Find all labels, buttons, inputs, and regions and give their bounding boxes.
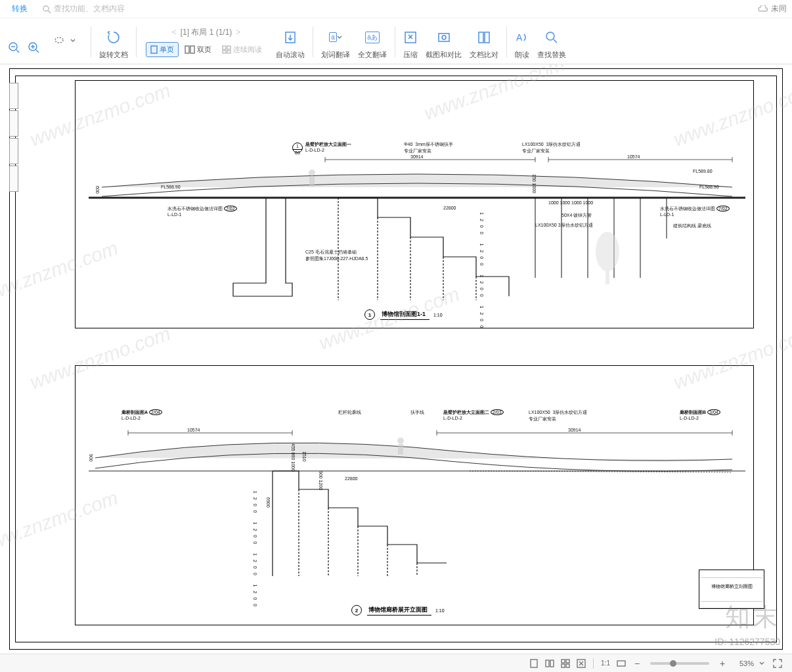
zoom-knob[interactable] bbox=[670, 660, 676, 667]
callout: LX100X50 3厚仿水纹铝方通 专业厂家安装 bbox=[529, 409, 587, 422]
sheet-tab[interactable] bbox=[9, 110, 18, 137]
callout: LX100X50 3厚仿水纹铝方通 bbox=[535, 222, 593, 229]
dim: 10574 bbox=[187, 428, 200, 432]
word-translate-icon: a bbox=[329, 32, 337, 42]
screenshot-compare-button[interactable]: 截图和对比 bbox=[422, 23, 466, 61]
search-box[interactable]: 查找功能、文档内容 bbox=[42, 3, 125, 14]
word-translate-button[interactable]: a 划词翻译 bbox=[317, 23, 354, 61]
find-replace-button[interactable]: 查找替换 bbox=[533, 23, 570, 61]
callout: 扶手线 bbox=[410, 409, 424, 416]
full-translate-icon: aあ bbox=[365, 32, 380, 43]
svg-point-24 bbox=[546, 32, 554, 40]
figure-scale: 1:10 bbox=[433, 313, 443, 317]
zoom-out-button[interactable] bbox=[4, 23, 24, 61]
drawing-panel-1: 悬臂护栏放大立面图一L-D-LD-2 103 Φ40 3mm厚不锈钢扶手 专业厂… bbox=[75, 80, 754, 328]
search-placeholder: 查找功能、文档内容 bbox=[54, 3, 125, 14]
zoom-out-mini[interactable]: − bbox=[630, 657, 644, 670]
sheet-tab[interactable] bbox=[9, 138, 18, 164]
sync-status[interactable]: 未同 bbox=[758, 3, 787, 14]
dim: 455 860 1000 bbox=[291, 443, 296, 472]
dim: 1000 1000 1000 1000 bbox=[548, 200, 593, 205]
dim: 900 1200 bbox=[319, 471, 323, 490]
zoom-in-mini[interactable]: + bbox=[715, 657, 730, 670]
elevation-2-svg bbox=[76, 366, 755, 626]
callout: 悬臂护栏放大立面图二 2/03L-D-LD-2 bbox=[443, 409, 504, 420]
compress-button[interactable]: 压缩 bbox=[399, 23, 422, 61]
callout: 水洗石不锈钢收边做法详图 7/02L-LD-1 bbox=[167, 206, 237, 217]
dim: 30914 bbox=[568, 428, 581, 432]
read-aloud-icon: A bbox=[515, 30, 529, 45]
document-canvas[interactable]: 悬臂护栏放大立面图一L-D-LD-2 103 Φ40 3mm厚不锈钢扶手 专业厂… bbox=[0, 64, 792, 654]
fullscreen-button[interactable] bbox=[770, 657, 785, 670]
elev: FL588.90 bbox=[699, 185, 719, 189]
autoscroll-label: 自动滚动 bbox=[276, 50, 305, 60]
rotate-button[interactable]: 旋转文档 bbox=[95, 23, 132, 61]
title-block-title: 博物馆廊桥立剖面图 bbox=[701, 578, 762, 590]
figure-index: 1 bbox=[364, 309, 375, 320]
sheet-tab[interactable] bbox=[9, 166, 18, 192]
zoom-percent[interactable]: 53% bbox=[730, 660, 754, 667]
page-next[interactable]: > bbox=[232, 28, 244, 37]
lasso-dropdown-icon[interactable] bbox=[70, 36, 76, 47]
autoscroll-button[interactable]: 自动滚动 bbox=[272, 23, 309, 61]
svg-rect-10 bbox=[151, 46, 157, 53]
view-mode-3[interactable] bbox=[558, 657, 573, 670]
word-translate-label: 划词翻译 bbox=[321, 50, 350, 60]
grid-icon bbox=[561, 659, 570, 668]
layout-double[interactable]: 双页 bbox=[180, 42, 216, 57]
view-mode-1[interactable] bbox=[527, 657, 541, 670]
zoom-100-button[interactable]: 1:1 bbox=[598, 657, 613, 670]
dim: 900 bbox=[89, 454, 93, 462]
cloud-icon bbox=[758, 5, 768, 13]
svg-rect-67 bbox=[561, 660, 565, 663]
chevron-down-icon bbox=[337, 35, 342, 40]
layout-single[interactable]: 单页 bbox=[146, 42, 179, 57]
callout: 水洗石不锈钢收边做法详图 7/02L-LD-1 bbox=[660, 206, 730, 217]
drawing-panel-2: 廊桥剖面图A 2/04L-D-LD-2 栏杆轮廓线 扶手线 悬臂护栏放大立面图二… bbox=[75, 365, 754, 625]
single-page-icon bbox=[150, 45, 158, 54]
sheet-tab[interactable] bbox=[9, 83, 18, 109]
svg-rect-13 bbox=[223, 46, 226, 49]
lasso-icon[interactable] bbox=[54, 36, 64, 47]
fit-width-button[interactable] bbox=[614, 657, 628, 670]
svg-rect-69 bbox=[561, 664, 565, 667]
callout: 悬臂护栏放大立面图一L-D-LD-2 bbox=[305, 141, 351, 152]
svg-line-25 bbox=[554, 39, 557, 43]
tab-convert[interactable]: 转换 bbox=[5, 1, 34, 17]
page-prev[interactable]: < bbox=[168, 28, 181, 37]
figure-title-text: 博物馆廊桥展开立面图 bbox=[367, 606, 431, 616]
svg-line-4 bbox=[16, 50, 19, 53]
dim: 150 1000 bbox=[532, 174, 537, 193]
compress-label: 压缩 bbox=[403, 50, 418, 60]
elev: FL588.90 bbox=[161, 185, 181, 189]
figure-title-2: 2 博物馆廊桥展开立面图 1:10 bbox=[351, 605, 445, 616]
compress-icon bbox=[403, 30, 418, 45]
screenshot-icon bbox=[437, 30, 451, 45]
fit-button[interactable] bbox=[574, 657, 588, 670]
autoscroll-icon bbox=[283, 30, 297, 45]
rotate-icon bbox=[106, 30, 121, 45]
chevron-down-icon bbox=[759, 660, 765, 667]
svg-rect-12 bbox=[190, 46, 194, 53]
dim: 10574 bbox=[627, 154, 640, 159]
view-mode-2[interactable] bbox=[542, 657, 557, 670]
read-aloud-button[interactable]: A 朗读 bbox=[511, 23, 533, 61]
statusbar: 1:1 − + 53% bbox=[0, 654, 792, 672]
section-1-svg bbox=[76, 81, 755, 329]
full-translate-button[interactable]: aあ 全文翻译 bbox=[354, 23, 391, 61]
read-aloud-label: 朗读 bbox=[515, 50, 529, 60]
menubar: 转换 查找功能、文档内容 未同 bbox=[0, 0, 792, 18]
full-translate-label: 全文翻译 bbox=[358, 50, 387, 60]
layout-single-label: 单页 bbox=[160, 45, 174, 55]
zoom-in-button[interactable] bbox=[24, 23, 43, 61]
fit-width-icon bbox=[617, 659, 626, 668]
zoom-slider[interactable] bbox=[650, 662, 709, 665]
layout-continuous[interactable]: 连续阅读 bbox=[217, 42, 267, 57]
doc-compare-button[interactable]: 文档比对 bbox=[466, 23, 502, 61]
sync-label: 未同 bbox=[771, 3, 787, 14]
callout: C25 毛石混凝土挡墙基础 参照图集17J008-227-HJDA8.5 bbox=[305, 249, 368, 262]
search-icon bbox=[42, 5, 51, 14]
svg-rect-65 bbox=[546, 660, 549, 667]
svg-rect-11 bbox=[185, 46, 189, 53]
zoom-dropdown[interactable] bbox=[755, 657, 769, 670]
